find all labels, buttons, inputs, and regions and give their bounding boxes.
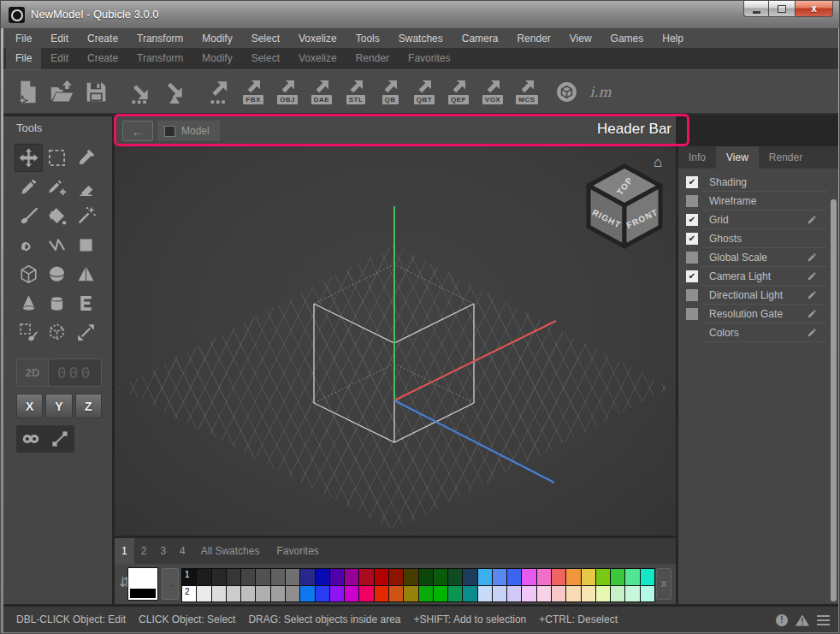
swatch-cell[interactable] (434, 569, 447, 585)
ribbon-tab-voxelize[interactable]: Voxelize (289, 48, 346, 69)
checkbox-camera-light[interactable]: ✔ (686, 270, 698, 282)
swatch-cell[interactable] (537, 569, 551, 585)
view-cube[interactable]: TOP RIGHT FRONT (583, 163, 665, 250)
menu-create[interactable]: Create (78, 33, 127, 44)
info-icon[interactable]: ! (776, 614, 788, 626)
restore-button[interactable] (769, 1, 795, 17)
swatch-cell[interactable] (389, 569, 403, 585)
minimize-button[interactable] (743, 1, 769, 17)
swatch-cell[interactable] (478, 586, 492, 602)
home-icon[interactable]: ⌂ (654, 156, 669, 169)
panel-scrollbar[interactable] (831, 199, 837, 601)
checkbox-global-scale[interactable] (686, 252, 698, 264)
swatch-tab-all-swatches[interactable]: All Swatches (192, 538, 269, 564)
view-option-shading[interactable]: ✔Shading (678, 173, 829, 192)
tool-box[interactable] (15, 261, 42, 287)
swatch-cell[interactable] (448, 569, 462, 585)
ribbon-tab-select[interactable]: Select (242, 48, 289, 69)
swatch-cell[interactable] (359, 569, 373, 585)
tool-brush[interactable] (15, 203, 42, 229)
swatch-cell[interactable] (300, 586, 314, 602)
swatch-tab-2[interactable]: 2 (134, 538, 154, 564)
swatch-tab-3[interactable]: 3 (153, 538, 173, 564)
swatch-cell[interactable] (641, 586, 654, 602)
tool-cylinder[interactable] (44, 290, 70, 317)
swatch-cell[interactable] (478, 569, 492, 585)
swatch-cell[interactable] (286, 586, 299, 602)
swatch-cell[interactable] (596, 586, 610, 602)
ribbon-tab-render[interactable]: Render (346, 48, 399, 69)
menu-camera[interactable]: Camera (453, 33, 508, 44)
swatch-cell[interactable] (345, 569, 358, 585)
swatch-cell[interactable] (582, 569, 595, 585)
checkbox-resolution-gate[interactable] (686, 308, 698, 320)
edit-global-scale-button[interactable] (806, 252, 818, 264)
ribbon-tab-create[interactable]: Create (78, 48, 127, 69)
swatch-cell[interactable] (345, 586, 358, 602)
menu-transform[interactable]: Transform (127, 33, 192, 44)
swatch-cell[interactable] (419, 569, 433, 585)
tool-rect-select[interactable] (44, 145, 70, 171)
menu-tools[interactable]: Tools (346, 33, 389, 44)
title-bar[interactable]: NewModel - Qubicle 3.0.0 x (1, 1, 839, 28)
menu-voxelize[interactable]: Voxelize (289, 33, 346, 44)
view-option-grid[interactable]: ✔Grid (678, 210, 829, 229)
mode-2d-button[interactable]: 2D (17, 359, 49, 386)
checkbox-shading[interactable]: ✔ (686, 176, 698, 188)
view-option-resolution-gate[interactable]: Resolution Gate (678, 305, 829, 323)
tool-magic-wand[interactable] (73, 203, 99, 229)
swatch-cell[interactable] (507, 586, 521, 602)
swatch-cell[interactable] (507, 569, 521, 585)
tool-fill[interactable] (44, 203, 70, 229)
view-option-camera-light[interactable]: ✔Camera Light (678, 267, 829, 286)
swatch-cell[interactable] (330, 569, 344, 585)
swatch-cell[interactable] (212, 586, 226, 602)
tool-polyline[interactable] (44, 232, 70, 258)
edit-resolution-gate-button[interactable] (806, 308, 818, 320)
model-tab[interactable]: Model (157, 121, 220, 141)
swatch-cell[interactable] (256, 586, 269, 602)
swatch-cell[interactable] (419, 586, 433, 602)
swatch-cell[interactable] (611, 569, 624, 585)
toolbar-export-fbx-button[interactable]: FBX (236, 72, 270, 111)
swatch-cell[interactable] (566, 586, 580, 602)
swatch-cell[interactable] (359, 586, 373, 602)
ribbon-tab-favorites[interactable]: Favorites (399, 48, 459, 69)
swatch-cell[interactable] (582, 586, 595, 602)
toolbar-import-mesh-button[interactable] (157, 72, 192, 111)
swatch-cell[interactable] (389, 586, 403, 602)
tool-pencil-add[interactable] (44, 174, 70, 200)
swatch-cell[interactable] (197, 586, 210, 602)
swatch-cell[interactable] (448, 586, 462, 602)
tool-move[interactable] (15, 145, 42, 171)
swatch-tab-4[interactable]: 4 (173, 538, 192, 564)
tool-freehand[interactable] (15, 232, 42, 258)
menu-modify[interactable]: Modify (192, 33, 241, 44)
swatch-tab-favorites[interactable]: Favorites (268, 538, 327, 564)
toolbar-export-obj-button[interactable]: OBJ (270, 72, 305, 111)
swatch-cell[interactable] (241, 569, 255, 585)
toolbar-export-button[interactable] (202, 72, 236, 111)
panel-tab-view[interactable]: View (716, 146, 759, 169)
swatch-cell[interactable] (375, 569, 388, 585)
tool-select-paint[interactable] (15, 319, 42, 346)
swatch-cell[interactable]: 1 (182, 569, 196, 585)
secondary-color-swatch[interactable] (129, 588, 157, 599)
swatch-tab-1[interactable]: 1 (115, 538, 134, 564)
tool-extrude[interactable] (73, 290, 99, 317)
swatch-cell[interactable] (463, 586, 476, 602)
view-option-colors[interactable]: Colors (678, 323, 829, 342)
swatch-cell[interactable] (212, 569, 226, 585)
menu-edit[interactable]: Edit (41, 33, 78, 44)
swatch-cell[interactable] (493, 569, 506, 585)
swatch-cell[interactable] (404, 569, 417, 585)
viewport-3d[interactable]: TOP RIGHT FRONT ⌂ (115, 145, 676, 536)
tool-pencil[interactable] (15, 174, 42, 200)
toolbar-export-vox-button[interactable]: VOX (476, 72, 510, 111)
toolbar-export-qbt-button[interactable]: QBT (407, 72, 441, 111)
ribbon-tab-edit[interactable]: Edit (41, 48, 78, 69)
swatch-cell[interactable] (227, 569, 240, 585)
checkbox-ghosts[interactable]: ✔ (686, 233, 698, 245)
ribbon-tab-transform[interactable]: Transform (127, 48, 192, 69)
menu-games[interactable]: Games (601, 33, 654, 44)
